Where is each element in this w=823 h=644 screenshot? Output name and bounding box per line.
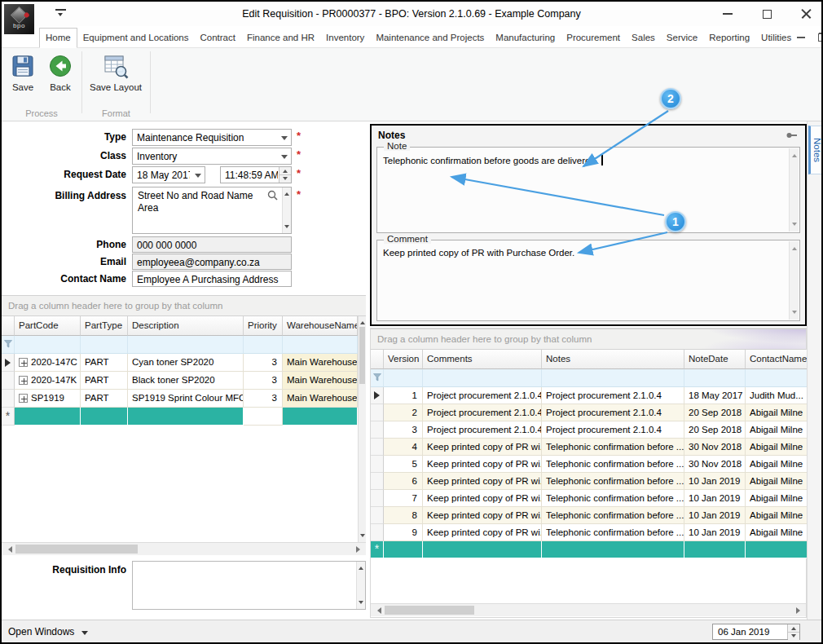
cell-notes[interactable]: Telephonic confirmation before ...: [542, 456, 684, 473]
cell-partcode[interactable]: SP1919: [15, 390, 81, 408]
cell-warehouse[interactable]: Main Warehouse: [283, 390, 358, 408]
requisition-info-field[interactable]: [132, 561, 366, 610]
column-header-warehousename[interactable]: WarehouseName: [283, 316, 358, 336]
column-header-notes[interactable]: Notes: [542, 350, 684, 369]
expand-icon[interactable]: [19, 394, 28, 403]
mdi-minimize-button[interactable]: [797, 37, 805, 38]
cell-notes[interactable]: [542, 541, 684, 558]
spin-up-button[interactable]: [788, 624, 799, 633]
open-windows-button[interactable]: Open Windows: [8, 626, 88, 638]
filter-cell[interactable]: [15, 336, 81, 354]
cell-notes[interactable]: Telephonic confirmation before ...: [542, 524, 684, 541]
cell-priority[interactable]: 3: [244, 372, 283, 390]
cell-contactname[interactable]: Abigail Milne: [746, 507, 808, 524]
chevron-down-icon[interactable]: [277, 130, 291, 145]
class-combobox[interactable]: Inventory: [132, 148, 292, 165]
cell-priority[interactable]: 3: [244, 354, 283, 372]
cell-description[interactable]: Black toner SP2020: [128, 372, 244, 390]
cell-contactname[interactable]: Abigail Milne: [746, 473, 808, 490]
cell-notes[interactable]: Project procurement 2.1.0.4: [542, 387, 684, 404]
chevron-down-icon[interactable]: [191, 167, 205, 183]
row-indicator[interactable]: [371, 490, 384, 507]
mdi-restore-button[interactable]: [818, 33, 823, 42]
dock-tab-notes[interactable]: Notes: [808, 126, 823, 174]
tab-manufacturing[interactable]: Manufacturing: [490, 29, 561, 47]
comment-textarea[interactable]: Keep printed copy of PR with Purchase Or…: [383, 248, 783, 258]
cell-comments[interactable]: [423, 541, 542, 558]
filter-cell[interactable]: [384, 369, 423, 387]
cell-version[interactable]: 1: [384, 387, 423, 404]
cell-version[interactable]: 7: [384, 490, 423, 507]
cell-notedate[interactable]: 30 Nov 2018: [684, 456, 746, 473]
scroll-right-button[interactable]: [793, 604, 806, 616]
row-indicator[interactable]: [371, 421, 384, 439]
column-header-parttype[interactable]: PartType: [81, 316, 128, 336]
cell-warehouse[interactable]: Main Warehouse: [283, 372, 358, 390]
cell-partcode[interactable]: 2020-147K: [15, 372, 81, 390]
cell-notes[interactable]: Telephonic confirmation before ...: [542, 439, 684, 456]
cell-contactname[interactable]: Abigail Milne: [746, 439, 808, 456]
cell-notes[interactable]: Project procurement 2.1.0.4: [542, 421, 684, 439]
group-by-hint[interactable]: Drag a column header here to group by th…: [2, 295, 366, 316]
cell-notedate[interactable]: 20 Sep 2018: [684, 421, 746, 439]
row-indicator[interactable]: [371, 404, 384, 421]
note-textarea[interactable]: Telephonic confirmation before goods are…: [383, 155, 783, 165]
cell-version[interactable]: 8: [384, 507, 423, 524]
cell-priority[interactable]: 3: [244, 390, 283, 408]
cell-version[interactable]: 4: [384, 439, 423, 456]
cell-version[interactable]: 5: [384, 456, 423, 473]
expand-icon[interactable]: [19, 358, 28, 367]
column-header-contactname[interactable]: ContactName: [746, 350, 808, 369]
cell-comments[interactable]: Keep printed copy of PR wi...: [423, 524, 542, 541]
billing-address-field[interactable]: Street No and Road Name Area: [132, 187, 292, 234]
pin-button[interactable]: [786, 130, 799, 141]
filter-cell[interactable]: [746, 369, 808, 387]
cell-description[interactable]: [128, 408, 244, 426]
cell-notes[interactable]: Telephonic confirmation before ...: [542, 507, 684, 524]
tab-reporting[interactable]: Reporting: [703, 29, 755, 47]
horizontal-scrollbar[interactable]: [2, 542, 366, 555]
row-indicator[interactable]: [371, 439, 384, 456]
requisition-info-scrollbar[interactable]: [356, 562, 365, 609]
cell-description[interactable]: Cyan toner SP2020: [128, 354, 244, 372]
cell-version[interactable]: 9: [384, 524, 423, 541]
cell-version[interactable]: 6: [384, 473, 423, 490]
status-date-picker[interactable]: 06 Jan 2019: [712, 624, 800, 640]
cell-notedate[interactable]: [684, 541, 746, 558]
cell-notedate[interactable]: 30 Nov 2018: [684, 439, 746, 456]
cell-contactname[interactable]: Judith Mud...: [746, 387, 808, 404]
expand-icon[interactable]: [19, 376, 28, 385]
cell-parttype[interactable]: [81, 408, 128, 426]
close-button[interactable]: [800, 8, 812, 20]
cell-comments[interactable]: Project procurement 2.1.0.4: [423, 387, 542, 404]
scrollbar-thumb[interactable]: [385, 606, 474, 615]
cell-contactname[interactable]: Abigail Milne: [746, 421, 808, 439]
cell-version[interactable]: 3: [384, 421, 423, 439]
new-row-indicator[interactable]: *: [2, 408, 15, 426]
cell-notedate[interactable]: 20 Sep 2018: [684, 404, 746, 421]
tab-service[interactable]: Service: [661, 29, 703, 47]
filter-cell[interactable]: [128, 336, 244, 354]
cell-notedate[interactable]: 18 May 2017: [684, 387, 746, 404]
filter-cell[interactable]: [542, 369, 684, 387]
cell-comments[interactable]: Keep printed copy of PR wi...: [423, 507, 542, 524]
spin-up-button[interactable]: [279, 167, 291, 175]
cell-notedate[interactable]: 10 Jan 2019: [684, 473, 746, 490]
scrollbar-thumb[interactable]: [359, 327, 365, 384]
back-button[interactable]: Back: [42, 53, 78, 92]
cell-notes[interactable]: Project procurement 2.1.0.4: [542, 404, 684, 421]
row-indicator[interactable]: [2, 372, 15, 390]
cell-partcode[interactable]: [15, 408, 81, 426]
spin-down-button[interactable]: [279, 175, 291, 183]
cell-notedate[interactable]: 10 Jan 2019: [684, 524, 746, 541]
cell-comments[interactable]: Keep printed copy of PR wi...: [423, 490, 542, 507]
comment-scrollbar[interactable]: [789, 241, 799, 320]
cell-description[interactable]: SP1919 Sprint Colour MFC: [128, 390, 244, 408]
row-indicator[interactable]: [371, 456, 384, 473]
row-indicator[interactable]: [371, 473, 384, 490]
cell-parttype[interactable]: PART: [81, 390, 128, 408]
cell-comments[interactable]: Keep printed copy of PR wi...: [423, 473, 542, 490]
type-combobox[interactable]: Maintenance Requisition: [132, 129, 292, 146]
row-indicator[interactable]: [371, 524, 384, 541]
tab-contract[interactable]: Contract: [194, 29, 240, 47]
